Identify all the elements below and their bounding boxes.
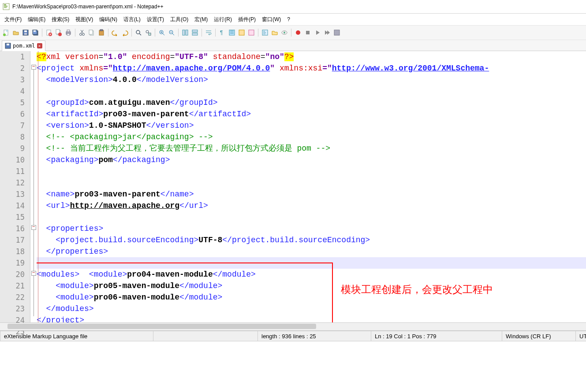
zoom-in-icon[interactable] [157,28,166,37]
indent-guide-icon[interactable] [228,28,236,37]
func-list-icon[interactable] [261,28,269,37]
margin-line [38,51,38,322]
svg-point-44 [296,30,300,35]
menu-view[interactable]: 视图(V) [73,15,96,24]
tab-save-icon [5,43,11,49]
copy-icon[interactable] [87,28,96,37]
print-icon[interactable] [64,28,73,37]
status-position: Ln : 19 Col : 1 Pos : 779 [371,331,502,341]
tab-bar: pom.xml ✕ [0,40,586,51]
svg-point-22 [80,33,82,36]
svg-point-43 [284,32,285,33]
save-macro-icon[interactable] [332,28,341,37]
menu-encoding[interactable]: 编码(N) [97,15,120,24]
svg-point-18 [58,33,62,36]
svg-text:¶: ¶ [220,30,223,36]
current-line [37,257,586,269]
status-length: length : 936 lines : 25 [258,331,371,341]
code-area[interactable]: <?xml version="1.0" encoding="UTF-8" sta… [37,51,586,322]
svg-point-28 [136,30,140,34]
menu-file[interactable]: 文件(F) [2,15,24,24]
scrollbar-thumb[interactable] [7,324,316,329]
svg-rect-45 [306,31,310,34]
tab-pom-xml[interactable]: pom.xml ✕ [2,41,45,51]
close-all-icon[interactable] [54,28,63,37]
horizontal-scrollbar[interactable] [0,323,586,331]
svg-rect-9 [24,30,27,32]
menu-edit[interactable]: 编辑(E) [25,15,48,24]
tab-close-icon[interactable]: ✕ [37,43,42,48]
folder-icon[interactable] [270,28,279,37]
menu-run[interactable]: 运行(R) [211,15,235,24]
svg-rect-6 [6,30,8,32]
play-multi-icon[interactable] [323,28,332,37]
menu-tools[interactable]: 工具(O) [168,15,191,24]
svg-rect-21 [67,33,70,35]
menu-bar: 文件(F) 编辑(E) 搜索(S) 视图(V) 编码(N) 语言(L) 设置(T… [0,14,586,26]
svg-rect-36 [192,33,198,35]
svg-rect-39 [239,30,244,35]
menu-plugins[interactable]: 插件(P) [235,15,258,24]
title-bar: F:\MavenWorkSpace\pro03-maven-parent\pom… [0,0,586,14]
monitor-icon[interactable] [280,28,289,37]
fold-column [30,51,37,322]
svg-rect-35 [192,30,198,32]
annotation-text: 模块工程创建后，会更改父工程中 [341,284,493,295]
save-icon[interactable] [21,28,30,37]
close-icon[interactable] [45,28,53,37]
zoom-out-icon[interactable] [167,28,176,37]
svg-rect-2 [4,6,7,6]
ud-lang-icon[interactable] [237,28,246,37]
wordwrap-icon[interactable] [204,28,213,37]
sync-v-icon[interactable] [181,28,190,37]
svg-rect-10 [24,33,27,35]
svg-rect-20 [67,30,70,32]
status-bar: eXtensible Markup Language file length :… [0,331,586,341]
svg-point-23 [82,33,85,36]
menu-macro[interactable]: 宏(M) [192,15,210,24]
fold-toggle-icon[interactable] [31,225,36,230]
menu-window[interactable]: 窗口(W) [259,15,284,24]
svg-rect-3 [4,7,7,7]
editor[interactable]: 12345 678910 1112131415 1617181920 21222… [0,51,586,323]
svg-rect-34 [186,30,188,35]
line-number-gutter: 12345 678910 1112131415 1617181920 21222… [0,51,30,322]
svg-rect-4 [4,7,7,8]
sync-h-icon[interactable] [190,28,199,37]
window-title: F:\MavenWorkSpace\pro03-maven-parent\pom… [12,4,164,10]
fold-toggle-icon[interactable] [31,271,36,276]
undo-icon[interactable] [111,28,119,37]
svg-rect-40 [249,30,254,35]
svg-rect-13 [34,30,36,32]
replace-icon[interactable] [144,28,153,37]
record-icon[interactable] [294,28,302,37]
menu-search[interactable]: 搜索(S) [49,15,72,24]
svg-rect-26 [99,30,104,35]
menu-settings[interactable]: 设置(T) [144,15,167,24]
open-file-icon[interactable] [11,28,20,37]
status-encoding[interactable]: UTF-8 [576,331,586,341]
svg-point-7 [3,33,6,36]
new-file-icon[interactable] [2,28,11,37]
svg-rect-46 [334,30,340,35]
play-icon[interactable] [313,28,322,37]
find-icon[interactable] [134,28,143,37]
svg-rect-1 [4,4,6,5]
svg-rect-30 [149,33,151,35]
toolbar: ¶ [0,26,586,40]
svg-rect-33 [183,30,185,35]
menu-help[interactable]: ? [284,15,293,23]
status-eol[interactable]: Windows (CR LF) [502,331,576,341]
svg-rect-48 [7,44,9,45]
paste-icon[interactable] [97,28,106,37]
save-all-icon[interactable] [31,28,40,37]
menu-language[interactable]: 语言(L) [121,15,143,24]
tab-label: pom.xml [13,43,35,49]
svg-rect-25 [89,30,93,34]
redo-icon[interactable] [120,28,129,37]
fold-toggle-icon[interactable] [31,65,36,70]
doc-map-icon[interactable] [247,28,256,37]
show-all-icon[interactable]: ¶ [218,28,227,37]
stop-icon[interactable] [303,28,312,37]
cut-icon[interactable] [78,28,86,37]
